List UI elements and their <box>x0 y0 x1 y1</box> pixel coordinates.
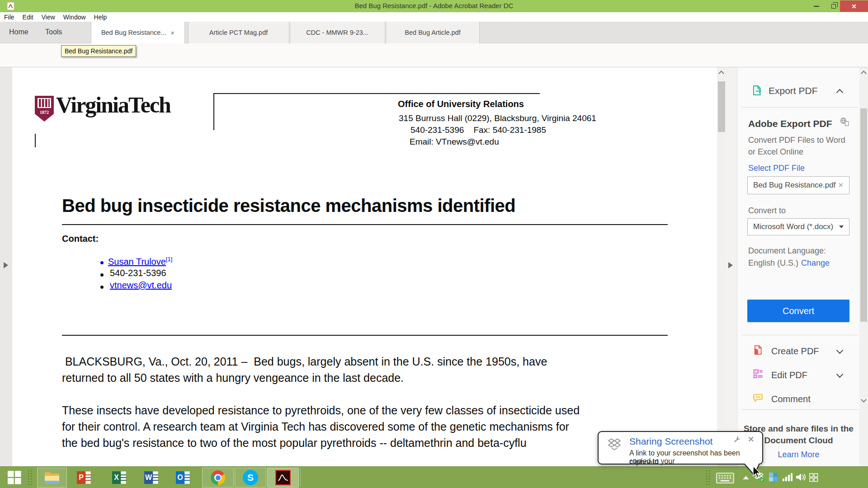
clear-file-icon[interactable]: ✕ <box>838 181 844 189</box>
volume-icon[interactable] <box>796 473 807 483</box>
article-headline: Bed bug insecticide resistance mechanism… <box>62 196 515 216</box>
taskbar-chrome[interactable] <box>202 468 234 488</box>
popup-settings-wrench-icon[interactable] <box>733 436 741 445</box>
tab-cdc-mmwr[interactable]: CDC - MMWR 9-23... <box>290 22 384 43</box>
selected-file-box[interactable]: Bed Bug Resistance.pdf ✕ <box>747 176 849 194</box>
adobe-export-pdf-title: Adobe Export PDF <box>748 118 832 129</box>
panel-scrollbar-thumb[interactable] <box>860 108 867 322</box>
convert-button[interactable]: Convert <box>747 300 849 322</box>
select-pdf-file-link[interactable]: Select PDF File <box>748 164 805 173</box>
popup-title: Sharing Screenshot <box>629 436 712 447</box>
tab-article-pct-mag[interactable]: Article PCT Mag.pdf <box>188 22 288 43</box>
popup-close-icon[interactable]: ✕ <box>748 435 754 444</box>
panel-separator <box>742 409 858 410</box>
menu-help[interactable]: Help <box>90 14 111 21</box>
tab-home[interactable]: Home <box>9 28 28 36</box>
footnote-ref: [1] <box>166 256 172 263</box>
taskbar-powerpoint[interactable]: P <box>77 471 91 484</box>
vt-shield-logo: 1872 <box>34 95 55 125</box>
contact-susan-trulove[interactable]: Susan Trulove[1] <box>108 256 172 267</box>
taskbar-outlook[interactable]: O <box>176 471 190 484</box>
panel-separator <box>742 107 858 108</box>
taskbar-separator <box>300 469 301 487</box>
letterhead-vertical-rule <box>213 93 214 130</box>
minimize-icon <box>814 6 819 7</box>
letterhead-rule <box>213 93 540 94</box>
taskbar-acrobat[interactable] <box>267 468 299 488</box>
tab-tooltip: Bed Bug Resistance.pdf <box>61 45 136 57</box>
restore-button[interactable] <box>826 0 841 12</box>
title-bar: Bed Bug Resistance.pdf - Adobe Acrobat R… <box>0 0 868 12</box>
document-language-label: Document Language: <box>748 246 826 256</box>
taskbar: P X W O S 3:19 p.m. 14/06/2 <box>0 466 868 488</box>
bullet-icon <box>100 286 104 289</box>
chrome-icon <box>211 470 225 485</box>
menu-file[interactable]: File <box>0 14 19 21</box>
tab-bar: Home Tools Bed Bug Resistance... × Artic… <box>0 22 868 43</box>
letterhead-tick <box>35 134 36 147</box>
export-description-line2: or Excel Online <box>748 147 803 157</box>
contact-phone: 540-231-5396 <box>110 268 166 278</box>
vt-wordmark: VirginiaTech <box>56 92 170 118</box>
format-dropdown[interactable]: Microsoft Word (*.docx) <box>747 218 849 235</box>
letterhead-email: Email: VTnews@vt.edu <box>410 137 499 147</box>
change-language-link[interactable]: Change <box>801 258 830 268</box>
network-signal-icon[interactable] <box>783 473 793 483</box>
paragraph2-line2: for their control. A research team at Vi… <box>62 420 569 433</box>
taskbar-file-explorer[interactable] <box>37 468 67 488</box>
right-panel-collapse-icon[interactable] <box>728 262 733 268</box>
sharing-screenshot-popup: Sharing Screenshot A link to your screen… <box>598 431 763 465</box>
online-service-icon <box>839 117 850 129</box>
close-button[interactable]: ✕ <box>840 0 868 12</box>
menu-window[interactable]: Window <box>59 14 90 21</box>
left-panel-expand-icon[interactable] <box>4 262 8 268</box>
minimize-button[interactable] <box>809 0 824 12</box>
body-rule <box>62 335 668 336</box>
paragraph1-line1: BLACKSBURG, Va., Oct. 20, 2011 – Bed bug… <box>62 355 547 368</box>
mouse-cursor <box>752 465 763 482</box>
document-language-value: English (U.S.) <box>748 258 798 268</box>
taskbar-grip[interactable] <box>705 469 711 486</box>
export-pdf-title[interactable]: Export PDF <box>769 85 818 96</box>
letterhead-phone-fax: 540-231-5396 Fax: 540-231-1985 <box>410 125 546 135</box>
pdf-page: 1872 VirginiaTech Office of University R… <box>12 67 717 466</box>
edit-pdf-icon <box>752 368 764 382</box>
tab-bed-bug-resistance[interactable]: Bed Bug Resistance... × <box>91 22 185 43</box>
chevron-down-icon <box>839 225 844 228</box>
paragraph1-line2: returned to all 50 states with a hungry … <box>62 371 404 385</box>
acrobat-icon <box>275 470 291 485</box>
taskbar-skype[interactable]: S <box>235 468 266 488</box>
start-button-icon[interactable] <box>8 471 21 486</box>
taskbar-word[interactable]: W <box>144 471 158 484</box>
bullet-icon <box>100 261 104 264</box>
action-center-icon[interactable] <box>809 473 818 484</box>
headline-rule <box>62 224 668 225</box>
comment-item[interactable]: Comment <box>771 394 811 404</box>
taskbar-grip[interactable] <box>27 469 33 486</box>
paragraph2-line1: These insects have developed resistance … <box>62 404 580 417</box>
tray-app-icon[interactable] <box>769 473 778 481</box>
contact-email-link[interactable]: vtnews@vt.edu <box>110 280 172 291</box>
export-pdf-icon <box>750 84 763 99</box>
edit-pdf-item[interactable]: Edit PDF <box>771 370 807 380</box>
format-value: Microsoft Word (*.docx) <box>753 222 839 231</box>
taskbar-excel[interactable]: X <box>112 471 126 484</box>
letterhead-address: 315 Burruss Hall (0229), Blacksburg, Vir… <box>399 113 596 123</box>
tab-bed-bug-article[interactable]: Bed Bug Article.pdf <box>386 22 480 43</box>
menu-edit[interactable]: Edit <box>19 14 38 21</box>
document-scrollbar-thumb[interactable] <box>718 81 725 132</box>
selected-file-name: Bed Bug Resistance.pdf <box>753 181 838 190</box>
skype-icon: S <box>243 470 258 485</box>
menu-view[interactable]: View <box>38 14 59 21</box>
dropbox-icon <box>606 437 623 454</box>
touch-keyboard-icon[interactable] <box>716 472 734 486</box>
popup-body-line2: clipboard. <box>629 458 660 466</box>
acrobat-window: Bed Bug Resistance.pdf - Adobe Acrobat R… <box>0 0 868 488</box>
tab-close-icon[interactable]: × <box>170 29 175 37</box>
paragraph2-line3: the bed bug's resistance to two of the m… <box>62 436 527 450</box>
create-pdf-item[interactable]: Create PDF <box>771 346 819 357</box>
tab-tools[interactable]: Tools <box>45 28 62 36</box>
export-description-line1: Convert PDF Files to Word <box>748 136 845 145</box>
letterhead-office: Office of University Relations <box>398 99 524 109</box>
contact-label: Contact: <box>62 234 99 244</box>
